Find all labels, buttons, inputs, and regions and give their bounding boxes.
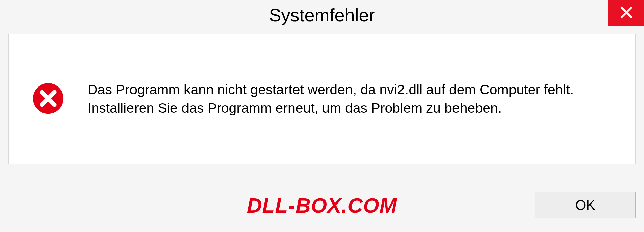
close-icon [620,6,633,20]
watermark-text: DLL-BOX.COM [247,193,397,217]
close-button[interactable] [608,0,644,26]
content-box: Das Programm kann nicht gestartet werden… [8,34,636,164]
error-dialog: Systemfehler Das Programm kann nicht ges… [0,0,644,232]
error-message: Das Programm kann nicht gestartet werden… [88,80,615,118]
dialog-title: Systemfehler [269,5,375,25]
ok-button[interactable]: OK [535,192,636,218]
title-bar: Systemfehler [0,0,644,30]
error-icon [32,82,64,116]
footer: DLL-BOX.COM OK [0,188,644,222]
